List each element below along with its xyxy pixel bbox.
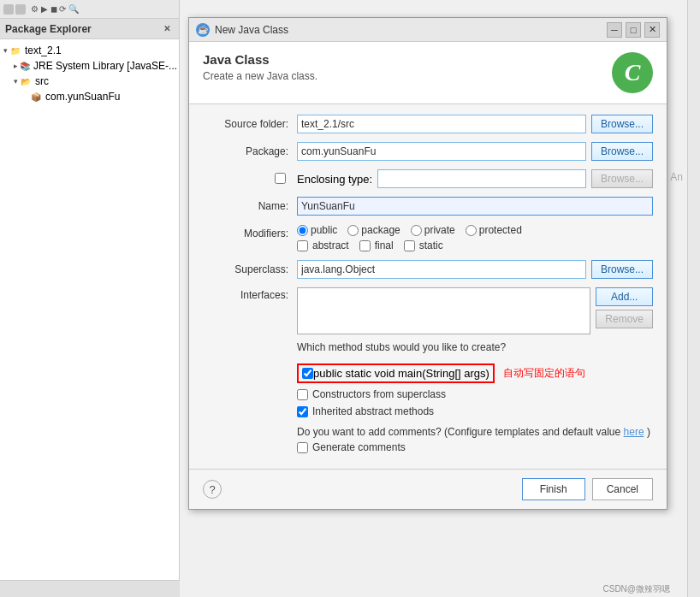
dialog-controls[interactable]: ─ □ ✕ <box>607 22 660 38</box>
superclass-input[interactable] <box>297 260 586 279</box>
source-folder-label: Source folder: <box>203 115 297 130</box>
modifier-static-label: static <box>419 239 443 251</box>
enclosing-type-checkbox[interactable] <box>275 173 286 184</box>
source-folder-input[interactable] <box>297 115 586 133</box>
main-method-label: public static void main(String[] args) <box>313 367 489 380</box>
constructors-checkbox[interactable] <box>297 389 308 400</box>
modifier-static-checkbox[interactable] <box>404 240 415 251</box>
pe-item-jre[interactable]: ▸ 📚 JRE System Library [JavaSE-... <box>0 58 179 74</box>
generate-comments-label: Generate comments <box>312 441 406 453</box>
dialog-header-title: Java Class <box>203 52 317 67</box>
dialog-header: Java Class Create a new Java class. C <box>189 42 667 104</box>
generate-comments-checkbox[interactable] <box>297 442 308 453</box>
package-browse-button[interactable]: Browse... <box>591 142 653 161</box>
generate-comments-checkbox-row[interactable]: Generate comments <box>297 441 653 453</box>
modifier-public-radio[interactable] <box>297 225 308 236</box>
method-stubs-question-area: Which method stubs would you like to cre… <box>297 341 653 358</box>
pe-item-src-label: src <box>35 75 49 87</box>
modifiers-label: Modifiers: <box>203 224 297 239</box>
interfaces-row: Interfaces: Add... Remove <box>203 287 653 334</box>
modifier-final[interactable]: final <box>359 239 394 251</box>
minimize-button[interactable]: ─ <box>607 22 622 38</box>
superclass-row: Superclass: Browse... <box>203 260 653 281</box>
toolbar-icons-row: ⚙ ▶ ◼ ⟳ 🔍 <box>31 4 79 14</box>
enclosing-type-input[interactable] <box>377 169 586 188</box>
interfaces-control: Add... Remove <box>297 287 653 334</box>
modifier-abstract-checkbox[interactable] <box>297 240 308 251</box>
comments-question-text: Do you want to add comments? (Configure … <box>297 426 620 438</box>
modifier-private-radio[interactable] <box>411 225 422 236</box>
package-input[interactable] <box>297 142 586 161</box>
footer-left: ? <box>203 478 222 500</box>
modifiers-options: public package private <box>297 224 522 253</box>
modifiers-row: Modifiers: public package <box>203 224 653 253</box>
help-button[interactable]: ? <box>203 480 222 499</box>
source-folder-row: Source folder: Browse... <box>203 115 653 135</box>
constructors-label: Constructors from superclass <box>312 388 446 400</box>
dialog-body: Source folder: Browse... Package: Browse… <box>189 104 667 465</box>
dialog-footer: ? Finish Cancel <box>189 469 667 509</box>
dialog-titlebar: ☕ New Java Class ─ □ ✕ <box>189 18 667 42</box>
modifier-private[interactable]: private <box>411 224 455 236</box>
pe-item-package[interactable]: ▸ 📦 com.yunSuanFu <box>0 89 179 104</box>
interfaces-label: Interfaces: <box>203 287 297 301</box>
package-explorer-close[interactable]: ✕ <box>163 24 170 33</box>
ide-bottom-bar <box>0 580 180 597</box>
package-icon: 📦 <box>30 91 42 103</box>
enclosing-type-label-area <box>203 169 297 186</box>
modifier-protected[interactable]: protected <box>466 224 522 236</box>
arrow-icon-jre: ▸ <box>14 62 18 70</box>
name-input[interactable] <box>297 197 653 216</box>
dialog-titlebar-left: ☕ New Java Class <box>196 23 288 37</box>
main-method-checkbox[interactable] <box>302 368 313 379</box>
inherited-checkbox[interactable] <box>297 406 308 417</box>
method-stubs-question-row: Which method stubs would you like to cre… <box>203 341 653 362</box>
main-method-highlight-box: public static void main(String[] args) <box>297 364 495 383</box>
comments-section: Do you want to add comments? (Configure … <box>203 426 653 453</box>
pe-item-project[interactable]: ▾ 📁 text_2.1 <box>0 43 179 58</box>
pe-item-project-label: text_2.1 <box>25 44 62 56</box>
package-explorer-header: Package Explorer ✕ <box>0 19 179 39</box>
arrow-icon-project: ▾ <box>3 46 8 55</box>
cancel-button[interactable]: Cancel <box>592 478 653 500</box>
modifiers-check-row: abstract final static <box>297 239 522 253</box>
comments-link[interactable]: here <box>624 426 644 438</box>
new-java-class-dialog: ☕ New Java Class ─ □ ✕ Java Class Create… <box>188 17 667 510</box>
superclass-browse-button[interactable]: Browse... <box>591 260 653 279</box>
source-folder-browse-button[interactable]: Browse... <box>591 115 653 133</box>
modifier-abstract[interactable]: abstract <box>297 239 349 251</box>
main-method-row: public static void main(String[] args) 自… <box>297 364 653 383</box>
name-control <box>297 197 653 216</box>
interfaces-textarea[interactable] <box>297 287 590 334</box>
interfaces-add-button[interactable]: Add... <box>596 287 653 306</box>
name-label: Name: <box>203 197 297 212</box>
close-button[interactable]: ✕ <box>644 22 660 38</box>
modifier-static[interactable]: static <box>404 239 443 251</box>
dialog-header-subtitle: Create a new Java class. <box>203 70 317 82</box>
modifier-abstract-label: abstract <box>312 239 349 251</box>
constructors-row[interactable]: Constructors from superclass <box>297 388 653 400</box>
main-area: An ☕ New Java Class ─ □ ✕ Java Class Cre… <box>180 0 687 597</box>
modifier-package-label: package <box>361 224 400 236</box>
modifier-package-radio[interactable] <box>347 225 359 236</box>
method-stubs-area: public static void main(String[] args) 自… <box>297 364 653 419</box>
modifier-protected-radio[interactable] <box>466 225 477 236</box>
toolbar-icon-2 <box>15 4 26 15</box>
name-row: Name: <box>203 197 653 217</box>
inherited-row[interactable]: Inherited abstract methods <box>297 405 653 417</box>
enclosing-type-browse-button: Browse... <box>591 169 653 188</box>
finish-button[interactable]: Finish <box>522 478 585 500</box>
jre-icon: 📚 <box>20 60 30 72</box>
pe-item-src[interactable]: ▾ 📂 src <box>0 74 179 89</box>
pe-item-package-label: com.yunSuanFu <box>45 91 120 103</box>
modifier-private-label: private <box>424 224 455 236</box>
package-explorer-title: Package Explorer <box>5 23 92 35</box>
modifier-package[interactable]: package <box>347 224 400 236</box>
superclass-control: Browse... <box>297 260 653 279</box>
ide-toolbar: ⚙ ▶ ◼ ⟳ 🔍 <box>0 0 179 19</box>
modifier-public[interactable]: public <box>297 224 337 236</box>
project-icon: 📁 <box>9 44 21 56</box>
maximize-button[interactable]: □ <box>626 22 641 38</box>
package-label: Package: <box>203 142 297 157</box>
modifier-final-checkbox[interactable] <box>359 240 371 251</box>
